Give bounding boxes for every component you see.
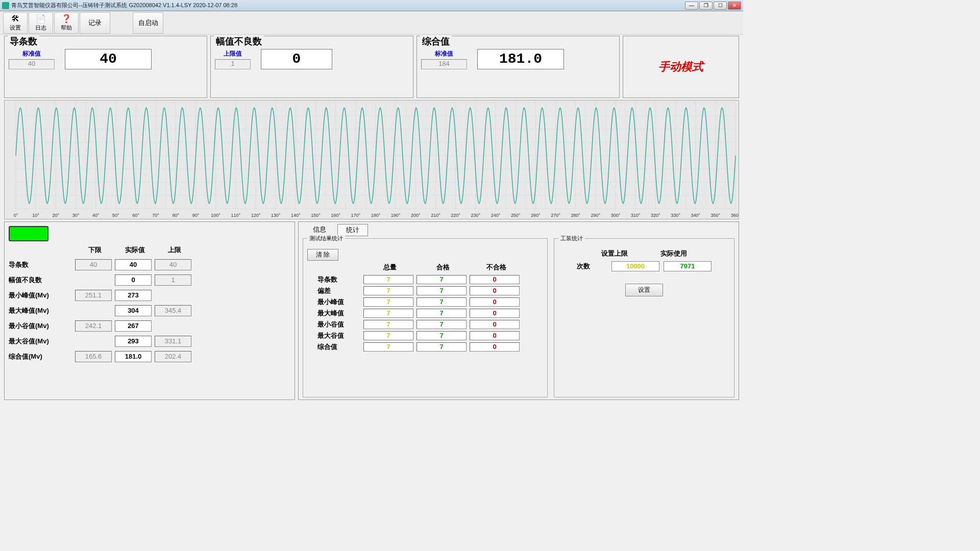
svg-text:170°: 170° bbox=[351, 213, 361, 218]
fixture-limit-header: 设置上限 bbox=[590, 249, 639, 258]
svg-text:330°: 330° bbox=[671, 213, 680, 218]
svg-text:320°: 320° bbox=[651, 213, 660, 218]
stats-fail: 0 bbox=[470, 275, 520, 284]
guide-count-std: 40 bbox=[9, 59, 55, 69]
mode-text: 手动模式 bbox=[658, 59, 703, 74]
pass-indicator bbox=[9, 226, 48, 241]
measure-upper bbox=[155, 320, 191, 332]
limit-label: 上限值 bbox=[224, 49, 242, 58]
stats-pass: 7 bbox=[416, 309, 467, 318]
measure-upper: 202.4 bbox=[155, 351, 191, 362]
stats-row: 最大峰值 7 7 0 bbox=[307, 308, 543, 319]
std-label: 标准值 bbox=[22, 49, 41, 58]
measure-row: 最大谷值(Mv) 293 331.1 bbox=[60, 334, 290, 348]
stats-pass: 7 bbox=[416, 331, 467, 340]
svg-text:260°: 260° bbox=[531, 213, 541, 218]
measure-upper bbox=[155, 290, 191, 301]
measurement-panel: 下限实际值上限 导条数 40 40 40 幅值不良数 0 1 最小峰值(Mv) … bbox=[4, 221, 295, 400]
measure-actual: 293 bbox=[115, 336, 152, 347]
measure-row-label: 最小峰值(Mv) bbox=[9, 291, 75, 300]
svg-text:360°: 360° bbox=[731, 213, 739, 218]
titlebar: 青岛艾普智能仪器有限公司--压铸转子测试系统 G202008042 V1.1.4… bbox=[0, 0, 743, 11]
stats-total: 7 bbox=[363, 320, 413, 329]
guide-count-card: 导条数 标准值 40 40 bbox=[4, 36, 207, 98]
composite-value: 181.0 bbox=[477, 49, 564, 69]
restore-button[interactable]: ❐ bbox=[699, 2, 713, 10]
stats-row: 最小谷值 7 7 0 bbox=[307, 319, 543, 330]
svg-text:160°: 160° bbox=[331, 213, 340, 218]
svg-text:30°: 30° bbox=[72, 213, 80, 218]
fixture-set-button[interactable]: 设置 bbox=[625, 284, 663, 296]
fixture-used-header: 实际使用 bbox=[649, 249, 698, 258]
measure-actual: 40 bbox=[115, 259, 152, 270]
toolbar: 🛠设置 📄日志 ❓帮助 记录 自启动 bbox=[0, 11, 743, 35]
stats-total: 7 bbox=[363, 275, 413, 284]
close-button[interactable]: ✕ bbox=[728, 2, 741, 10]
svg-text:110°: 110° bbox=[231, 213, 241, 218]
measure-actual: 181.0 bbox=[115, 351, 152, 362]
settings-icon: 🛠 bbox=[10, 14, 20, 23]
svg-text:300°: 300° bbox=[611, 213, 621, 218]
stats-fail: 0 bbox=[470, 331, 520, 340]
measure-upper: 1 bbox=[155, 274, 191, 286]
amplitude-defect-card: 幅值不良数 上限值 1 0 bbox=[210, 36, 413, 98]
window-title: 青岛艾普智能仪器有限公司--压铸转子测试系统 G202008042 V1.1.4… bbox=[11, 2, 685, 9]
measure-lower bbox=[75, 274, 112, 286]
svg-text:200°: 200° bbox=[411, 213, 421, 218]
measure-upper: 345.4 bbox=[155, 305, 191, 316]
svg-text:230°: 230° bbox=[471, 213, 481, 218]
mode-card: 手动模式 bbox=[623, 36, 739, 98]
fixture-limit: 10000 bbox=[611, 261, 659, 271]
measure-actual: 304 bbox=[115, 305, 152, 316]
amplitude-defect-limit: 1 bbox=[215, 59, 251, 69]
autostart-button[interactable]: 自启动 bbox=[133, 12, 163, 34]
clear-button[interactable]: 清 除 bbox=[307, 249, 338, 261]
stats-row-label: 最小谷值 bbox=[307, 320, 363, 329]
svg-text:150°: 150° bbox=[311, 213, 321, 218]
stats-fail: 0 bbox=[470, 309, 520, 318]
measure-actual: 267 bbox=[115, 320, 152, 332]
measure-row: 最大峰值(Mv) 304 345.4 bbox=[60, 304, 290, 318]
measure-row-label: 幅值不良数 bbox=[9, 276, 75, 285]
svg-text:130°: 130° bbox=[271, 213, 281, 218]
measure-row: 幅值不良数 0 1 bbox=[60, 273, 290, 287]
svg-text:340°: 340° bbox=[691, 213, 700, 218]
svg-text:190°: 190° bbox=[391, 213, 401, 218]
svg-text:70°: 70° bbox=[152, 213, 159, 218]
svg-text:0°: 0° bbox=[14, 213, 18, 218]
measure-row: 综合值(Mv) 165.6 181.0 202.4 bbox=[60, 349, 290, 364]
measure-upper: 40 bbox=[155, 259, 191, 270]
measure-lower: 40 bbox=[75, 259, 112, 270]
svg-text:10°: 10° bbox=[32, 213, 39, 218]
stats-row: 综合值 7 7 0 bbox=[307, 341, 543, 353]
stats-row-label: 导条数 bbox=[307, 275, 363, 284]
svg-text:220°: 220° bbox=[451, 213, 460, 218]
svg-text:280°: 280° bbox=[571, 213, 580, 218]
stats-fail: 0 bbox=[470, 286, 520, 295]
measure-row-label: 最大谷值(Mv) bbox=[9, 337, 75, 346]
minimize-button[interactable]: — bbox=[685, 2, 698, 10]
help-button[interactable]: ❓帮助 bbox=[54, 12, 79, 34]
help-icon: ❓ bbox=[61, 14, 71, 23]
app-icon bbox=[2, 2, 9, 9]
svg-text:90°: 90° bbox=[192, 213, 200, 218]
settings-button[interactable]: 🛠设置 bbox=[3, 12, 28, 34]
measure-row: 最小峰值(Mv) 251.1 273 bbox=[60, 288, 290, 303]
maximize-button[interactable]: ☐ bbox=[714, 2, 727, 10]
composite-title: 综合值 bbox=[420, 35, 452, 47]
measure-row-label: 导条数 bbox=[9, 260, 75, 269]
log-button[interactable]: 📄日志 bbox=[29, 12, 53, 34]
log-icon: 📄 bbox=[36, 14, 46, 23]
record-button[interactable]: 记录 bbox=[80, 12, 110, 34]
svg-text:40°: 40° bbox=[92, 213, 100, 218]
stats-pass: 7 bbox=[416, 275, 467, 284]
svg-text:50°: 50° bbox=[112, 213, 119, 218]
svg-text:180°: 180° bbox=[371, 213, 381, 218]
stats-row-label: 最大峰值 bbox=[307, 309, 363, 318]
measure-actual: 273 bbox=[115, 290, 152, 301]
stats-fail: 0 bbox=[470, 320, 520, 329]
stats-total: 7 bbox=[363, 342, 413, 352]
svg-text:240°: 240° bbox=[491, 213, 501, 218]
fixture-stats: 工装统计 设置上限 实际使用 次数 10000 7971 设置 bbox=[554, 238, 734, 397]
stats-fail: 0 bbox=[470, 297, 520, 307]
